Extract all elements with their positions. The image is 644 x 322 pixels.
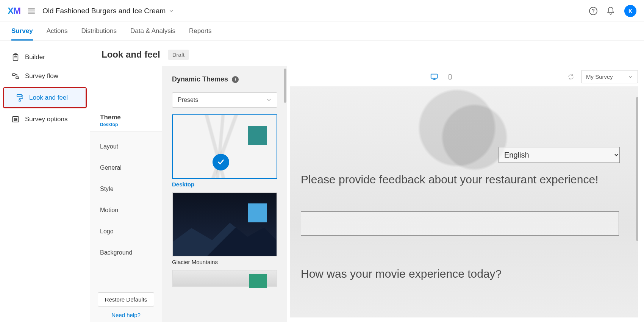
language-select[interactable]: English <box>499 147 620 163</box>
question-1-input[interactable] <box>301 211 619 236</box>
bell-icon[interactable] <box>606 6 615 16</box>
selected-check-icon <box>213 154 229 170</box>
tab-survey[interactable]: Survey <box>11 22 33 41</box>
svg-point-8 <box>14 118 15 119</box>
theme-card-glacier[interactable]: Glacier Mountains <box>172 192 277 265</box>
project-switcher[interactable]: Old Fashioned Burgers and Ice Cream <box>42 7 174 15</box>
svg-rect-4 <box>16 77 19 79</box>
theme-card-next[interactable] <box>172 270 277 287</box>
settings-item-layout[interactable]: Layout <box>90 136 162 157</box>
svg-point-13 <box>450 78 450 78</box>
settings-category-sublabel: Desktop <box>100 122 121 127</box>
clipboard-icon <box>11 53 20 61</box>
menu-icon[interactable] <box>27 7 36 15</box>
settings-item-general[interactable]: General <box>90 157 162 178</box>
top-bar: XM Old Fashioned Burgers and Ice Cream K <box>0 0 644 22</box>
chevron-down-icon <box>169 8 174 14</box>
settings-item-background[interactable]: Background <box>90 242 162 263</box>
sidebar-item-label: Builder <box>25 53 45 61</box>
settings-item-motion[interactable]: Motion <box>90 200 162 221</box>
main-tabs: Survey Actions Distributions Data & Anal… <box>0 22 644 41</box>
status-badge: Draft <box>168 50 189 60</box>
tab-distributions[interactable]: Distributions <box>81 22 117 41</box>
question-1-text: Please provide feedback about your resta… <box>301 172 615 188</box>
paint-roller-icon <box>16 94 24 102</box>
preview-background-image <box>290 86 638 317</box>
svg-rect-11 <box>431 74 438 78</box>
scrollbar[interactable] <box>636 97 638 241</box>
preview-panel: My Survey English Please provide feedbac… <box>287 66 644 322</box>
presets-dropdown[interactable]: Presets <box>172 92 277 108</box>
page-header: Look and feel Draft <box>90 41 644 66</box>
chevron-down-icon <box>266 97 272 103</box>
sidebar-item-look-and-feel[interactable]: Look and feel <box>4 88 86 107</box>
refresh-icon[interactable] <box>567 73 574 80</box>
themes-panel: Dynamic Themes i Presets Desktop <box>162 66 287 322</box>
sidebar-highlight-box: Look and feel <box>3 87 87 108</box>
scrollbar[interactable] <box>284 69 286 103</box>
sidebar-item-survey-options[interactable]: Survey options <box>0 110 90 129</box>
svg-rect-3 <box>13 74 15 76</box>
svg-rect-5 <box>17 95 22 97</box>
sidebar-item-builder[interactable]: Builder <box>0 48 90 67</box>
svg-rect-6 <box>19 100 20 102</box>
survey-selected: My Survey <box>586 73 613 80</box>
survey-select[interactable]: My Survey <box>581 70 638 83</box>
color-swatch <box>249 274 267 288</box>
tab-data-analysis[interactable]: Data & Analysis <box>130 22 175 41</box>
theme-name: Desktop <box>172 181 277 188</box>
color-swatch <box>248 203 267 222</box>
project-name: Old Fashioned Burgers and Ice Cream <box>42 7 166 15</box>
survey-preview: English Please provide feedback about yo… <box>290 86 638 317</box>
tab-actions[interactable]: Actions <box>47 22 68 41</box>
settings-item-logo[interactable]: Logo <box>90 221 162 242</box>
user-avatar[interactable]: K <box>624 5 636 17</box>
theme-name: Glacier Mountains <box>172 259 277 265</box>
info-icon[interactable]: i <box>232 76 239 83</box>
svg-point-10 <box>14 120 16 121</box>
logo: XM <box>8 6 20 16</box>
tab-reports[interactable]: Reports <box>189 22 212 41</box>
sidebar-item-label: Look and feel <box>29 94 68 102</box>
need-help-link[interactable]: Need help? <box>90 312 162 322</box>
left-sidebar: Builder Survey flow Look and feel Survey… <box>0 41 90 322</box>
chevron-down-icon <box>628 74 633 80</box>
desktop-preview-icon[interactable] <box>430 73 439 81</box>
restore-defaults-button[interactable]: Restore Defaults <box>98 292 154 306</box>
color-swatch <box>248 126 267 145</box>
help-icon[interactable] <box>589 6 598 16</box>
flow-icon <box>11 72 20 80</box>
themes-heading: Dynamic Themes <box>172 75 228 83</box>
question-2-text: How was your movie experience today? <box>301 267 502 280</box>
sliders-icon <box>11 115 20 123</box>
mobile-preview-icon[interactable] <box>447 73 453 81</box>
sidebar-item-label: Survey options <box>25 116 67 123</box>
settings-category-label: Theme <box>100 114 121 121</box>
settings-active-category[interactable]: Theme Desktop <box>90 99 162 131</box>
settings-item-style[interactable]: Style <box>90 178 162 200</box>
sidebar-item-survey-flow[interactable]: Survey flow <box>0 67 90 86</box>
presets-selected: Presets <box>178 97 198 103</box>
theme-card-desktop[interactable]: Desktop <box>172 114 277 188</box>
settings-sidebar: Theme Desktop Layout General Style Motio… <box>90 66 162 322</box>
page-title: Look and feel <box>102 49 160 60</box>
sidebar-item-label: Survey flow <box>25 72 58 80</box>
svg-point-9 <box>16 119 17 120</box>
theme-thumbnail <box>173 193 277 256</box>
